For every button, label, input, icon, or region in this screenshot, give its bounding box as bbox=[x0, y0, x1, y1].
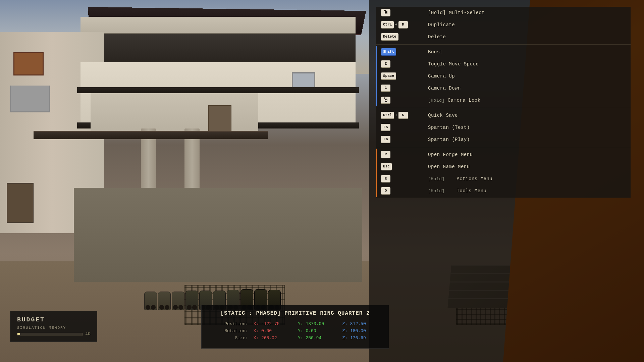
size-z: Z: 176.69 bbox=[339, 334, 380, 342]
key-c: C bbox=[381, 85, 390, 92]
floor-beam bbox=[77, 87, 359, 93]
separator-1 bbox=[376, 44, 631, 45]
budget-percent: 4% bbox=[86, 332, 90, 337]
keybind-group-menus: R Open Forge Menu Esc Open Game Menu E [… bbox=[376, 149, 631, 197]
key-plus-1: + bbox=[395, 22, 397, 27]
budget-bar-track bbox=[17, 333, 83, 335]
lower-wall bbox=[91, 93, 258, 134]
keybind-row-multiselect: 🖱 [Hold] Multi-Select bbox=[377, 7, 631, 19]
keybind-row-actions-menu: E [Hold] Actions Menu bbox=[377, 173, 631, 185]
action-forge-menu: Open Forge Menu bbox=[421, 152, 627, 157]
action-camera-look: [Hold] Camera Look bbox=[421, 98, 627, 103]
rotation-z: Z: 180.00 bbox=[339, 327, 380, 334]
rotation-y: Y: 0.00 bbox=[295, 327, 339, 334]
key-e: E bbox=[381, 175, 390, 183]
key-combo-r: R bbox=[381, 151, 421, 158]
keybind-row-tools-menu: G [Hold] Tools Menu bbox=[377, 185, 631, 197]
key-f5: F5 bbox=[381, 124, 390, 131]
key-space: Space bbox=[381, 72, 396, 80]
action-multiselect: [Hold] Multi-Select bbox=[421, 10, 627, 15]
key-esc: Esc bbox=[381, 163, 392, 170]
key-combo-c: C bbox=[381, 85, 421, 92]
action-spartan-play: Spartan (Play) bbox=[421, 137, 627, 142]
key-combo-ctrl-d: Ctrl + D bbox=[381, 21, 421, 29]
key-combo-g: G bbox=[381, 187, 421, 195]
key-mouse-icon: 🖱 bbox=[381, 9, 390, 16]
keybind-row-toggle-speed: Z Toggle Move Speed bbox=[377, 58, 631, 70]
action-camera-up: Camera Up bbox=[421, 73, 627, 79]
budget-label: SIMULATION MEMORY bbox=[17, 326, 90, 330]
key-combo-mouse-right: 🖱 bbox=[381, 97, 421, 104]
size-x: X: 268.02 bbox=[251, 334, 295, 342]
key-d: D bbox=[398, 21, 408, 29]
action-actions-menu: [Hold] Actions Menu bbox=[421, 176, 627, 182]
size-label: Size: bbox=[210, 334, 251, 342]
budget-bar-container: 4% bbox=[17, 332, 90, 337]
key-z: Z bbox=[381, 60, 390, 68]
key-combo-mouse-left: 🖱 bbox=[381, 9, 421, 16]
key-combo-e: E bbox=[381, 175, 421, 183]
key-mouse-right-icon: 🖱 bbox=[381, 97, 390, 104]
key-g: G bbox=[381, 187, 390, 195]
action-boost: Boost bbox=[421, 49, 627, 55]
position-label: Position: bbox=[210, 320, 251, 327]
keybind-row-camera-look: 🖱 [Hold] Camera Look bbox=[377, 94, 631, 106]
keybind-panel: 🖱 [Hold] Multi-Select Ctrl + D Duplicate… bbox=[376, 7, 631, 198]
position-x: X: -122.75 bbox=[251, 320, 295, 327]
keybind-row-quicksave: Ctrl + S Quick Save bbox=[377, 109, 631, 121]
key-r: R bbox=[381, 151, 390, 158]
keybind-group-movement: Shift Boost Z Toggle Move Speed Space Ca… bbox=[376, 46, 631, 106]
rotation-row: Rotation: X: 0.00 Y: 0.00 Z: 180.00 bbox=[210, 327, 380, 334]
key-combo-f5: F5 bbox=[381, 124, 421, 131]
position-y: Y: 1373.00 bbox=[295, 320, 339, 327]
keybind-group-select: 🖱 [Hold] Multi-Select Ctrl + D Duplicate… bbox=[376, 7, 631, 43]
rotation-x: X: 0.00 bbox=[251, 327, 295, 334]
key-plus-2: + bbox=[395, 113, 397, 118]
horizontal-beam bbox=[34, 131, 268, 139]
3d-viewport[interactable]: 🖱 [Hold] Multi-Select Ctrl + D Duplicate… bbox=[0, 0, 644, 362]
keybind-row-camera-down: C Camera Down bbox=[377, 82, 631, 94]
size-row: Size: X: 268.02 Y: 250.94 Z: 176.69 bbox=[210, 334, 380, 342]
keybind-row-game-menu: Esc Open Game Menu bbox=[377, 161, 631, 173]
key-combo-f6: F6 bbox=[381, 136, 421, 143]
door-left bbox=[7, 183, 34, 223]
object-title: [STATIC : PHASED] PRIMITIVE RING QUARTER… bbox=[210, 310, 380, 316]
key-combo-space: Space bbox=[381, 72, 421, 80]
keybind-row-forge-menu: R Open Forge Menu bbox=[377, 149, 631, 161]
action-game-menu: Open Game Menu bbox=[421, 164, 627, 169]
separator-3 bbox=[376, 147, 631, 147]
key-combo-z: Z bbox=[381, 60, 421, 68]
keybind-row-delete: Delete Delete bbox=[377, 31, 631, 43]
position-row: Position: X: -122.75 Y: 1373.00 Z: 812.5… bbox=[210, 320, 380, 327]
budget-panel: BUDGET SIMULATION MEMORY 4% bbox=[10, 311, 97, 342]
budget-title: BUDGET bbox=[17, 316, 90, 323]
action-duplicate: Duplicate bbox=[421, 22, 627, 28]
key-s: S bbox=[398, 112, 408, 119]
key-delete: Delete bbox=[381, 33, 398, 41]
key-combo-delete: Delete bbox=[381, 33, 421, 41]
key-ctrl: Ctrl bbox=[381, 21, 394, 29]
keybind-group-save: Ctrl + S Quick Save F5 Spartan (Test) F6… bbox=[376, 109, 631, 146]
window-left-upper bbox=[13, 52, 44, 75]
window-left-lower bbox=[10, 86, 50, 112]
size-y: Y: 250.94 bbox=[295, 334, 339, 342]
upper-wall-exterior bbox=[80, 17, 356, 34]
upper-soffit bbox=[80, 32, 356, 62]
position-z: Z: 812.50 bbox=[339, 320, 380, 327]
keybind-row-boost: Shift Boost bbox=[377, 46, 631, 58]
vehicles-group bbox=[144, 270, 285, 310]
keybind-row-duplicate: Ctrl + D Duplicate bbox=[377, 19, 631, 31]
action-tools-menu: [Hold] Tools Menu bbox=[421, 188, 627, 194]
key-combo-shift: Shift bbox=[381, 48, 421, 56]
action-toggle-speed: Toggle Move Speed bbox=[421, 61, 627, 67]
keybind-row-spartan-test: F5 Spartan (Test) bbox=[377, 121, 631, 134]
object-info-panel: [STATIC : PHASED] PRIMITIVE RING QUARTER… bbox=[201, 305, 389, 349]
action-spartan-test: Spartan (Test) bbox=[421, 125, 627, 130]
action-camera-down: Camera Down bbox=[421, 86, 627, 91]
lower-door bbox=[208, 105, 231, 134]
action-delete: Delete bbox=[421, 34, 627, 40]
key-combo-ctrl-s: Ctrl + S bbox=[381, 112, 421, 119]
ground-floor bbox=[74, 188, 362, 282]
budget-bar-fill bbox=[17, 333, 20, 335]
key-shift: Shift bbox=[381, 48, 396, 56]
